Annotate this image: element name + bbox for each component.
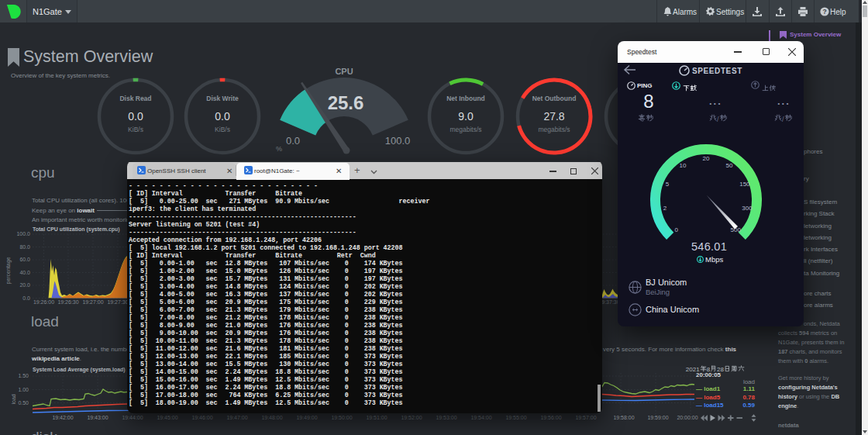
svg-text:150: 150 [739, 181, 750, 188]
svg-text:5: 5 [666, 181, 670, 188]
svg-text:2: 2 [663, 205, 667, 212]
svg-text:?: ? [822, 8, 826, 16]
svg-text:300: 300 [742, 205, 753, 212]
svg-text:0: 0 [675, 226, 679, 233]
svg-text:50: 50 [726, 162, 733, 169]
svg-text:10: 10 [680, 162, 687, 169]
svg-text:20: 20 [703, 155, 710, 162]
